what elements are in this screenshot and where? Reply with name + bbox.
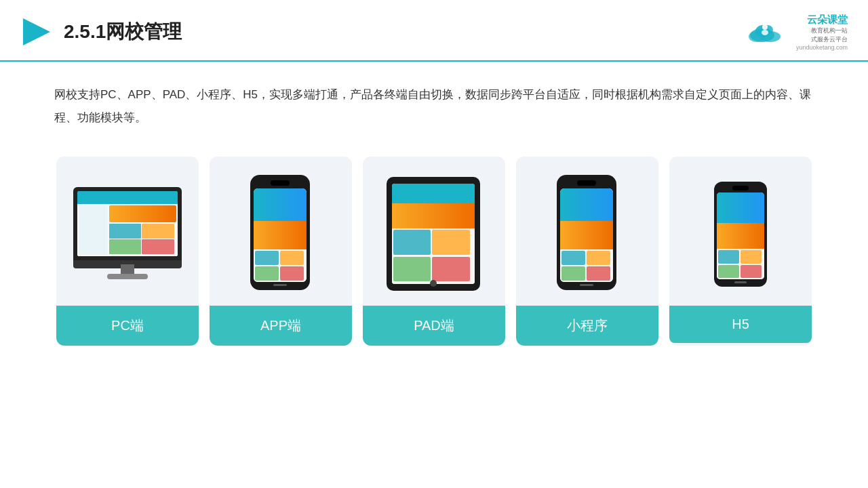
card-app-image (210, 157, 352, 306)
cloud-logo-icon (743, 19, 791, 45)
card-app-label: APP端 (210, 306, 352, 346)
page-title: 2.5.1网校管理 (64, 19, 182, 45)
card-pc-label: PC端 (56, 306, 199, 346)
logo-name: 云朵课堂 (796, 12, 848, 26)
card-app: APP端 (210, 157, 352, 346)
svg-marker-0 (23, 18, 50, 45)
logo-tagline: 教育机构一站式服务云平台 (796, 26, 848, 43)
play-icon (20, 16, 53, 48)
logo-url: yunduoketang.com (796, 43, 848, 52)
device-miniprogram-icon (557, 175, 618, 293)
card-h5-image (669, 157, 812, 306)
device-h5-icon (714, 182, 767, 287)
card-pad: PAD端 (363, 157, 505, 346)
logo-inner: 云朵课堂 教育机构一站式服务云平台 yunduoketang.com (743, 12, 848, 52)
card-pad-label: PAD端 (363, 306, 505, 346)
logo-area: 云朵课堂 教育机构一站式服务云平台 yunduoketang.com (743, 12, 848, 52)
device-pc-icon (70, 187, 185, 282)
card-h5-label: H5 (669, 306, 812, 343)
description: 网校支持PC、APP、PAD、小程序、H5，实现多端打通，产品各终端自由切换，数… (0, 62, 868, 143)
logo-text-block: 云朵课堂 教育机构一站式服务云平台 yunduoketang.com (796, 12, 848, 52)
description-text: 网校支持PC、APP、PAD、小程序、H5，实现多端打通，产品各终端自由切换，数… (54, 88, 811, 124)
device-pad-icon (387, 177, 481, 292)
header: 2.5.1网校管理 云朵课堂 教育机构一站式服务云平台 yunduoketang… (0, 0, 868, 62)
device-app-icon (250, 175, 311, 293)
card-pc: PC端 (56, 157, 199, 346)
card-pad-image (363, 157, 505, 306)
card-pc-image (56, 157, 199, 306)
svg-point-6 (762, 24, 768, 30)
svg-point-7 (762, 30, 768, 35)
cards-container: PC端 (0, 143, 868, 359)
card-miniprogram-label: 小程序 (516, 306, 658, 346)
card-h5: H5 (669, 157, 812, 346)
card-miniprogram: 小程序 (516, 157, 658, 346)
card-miniprogram-image (516, 157, 658, 306)
header-left: 2.5.1网校管理 (20, 16, 182, 48)
